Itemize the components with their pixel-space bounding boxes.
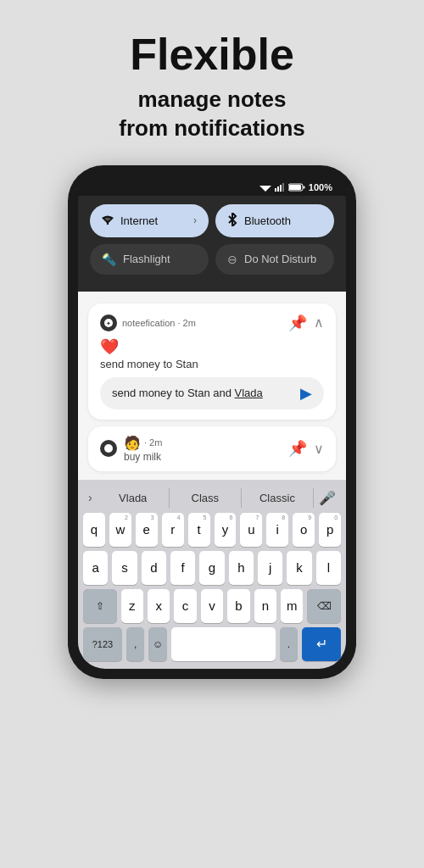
- key-c[interactable]: c: [174, 589, 196, 623]
- svg-rect-2: [275, 188, 276, 192]
- key-i[interactable]: i8: [266, 513, 288, 547]
- notif-2-info: 🧑 · 2m buy milk: [124, 435, 162, 463]
- key-f[interactable]: f: [170, 551, 195, 585]
- microphone-icon[interactable]: 🎤: [319, 490, 336, 506]
- notif-2-chevron-icon[interactable]: ∨: [314, 441, 324, 457]
- svg-rect-5: [282, 183, 284, 192]
- key-p[interactable]: p0: [319, 513, 341, 547]
- bluetooth-tile[interactable]: Bluetooth: [215, 204, 334, 237]
- comma-key[interactable]: ,: [126, 627, 144, 661]
- flashlight-tile-label: Flashlight: [123, 253, 170, 265]
- page-title: Flexible: [119, 31, 305, 79]
- key-h[interactable]: h: [229, 551, 254, 585]
- flashlight-tile-icon: 🔦: [102, 253, 116, 266]
- key-g[interactable]: g: [199, 551, 224, 585]
- svg-rect-3: [277, 186, 279, 192]
- notif-1-emoji: ❤️: [100, 337, 324, 356]
- key-a[interactable]: a: [83, 551, 108, 585]
- notif-1-chevron-icon[interactable]: ∧: [314, 314, 324, 331]
- space-key[interactable]: [171, 627, 276, 661]
- bluetooth-icon: [227, 213, 237, 226]
- keyboard-row-4: ?123 , ☺ . ↵: [81, 627, 343, 661]
- status-bar: 100%: [78, 175, 346, 196]
- status-icons: 100%: [259, 182, 332, 192]
- page-subtitle: manage notesfrom notifications: [119, 86, 305, 143]
- flashlight-tile[interactable]: 🔦 Flashlight: [90, 244, 209, 275]
- notif-2-text: buy milk: [124, 451, 162, 463]
- key-b[interactable]: b: [227, 589, 249, 623]
- keyboard: › Vlada Class Classic 🎤 q w2 e3 r4 t5 y6…: [78, 480, 346, 669]
- key-u[interactable]: u7: [240, 513, 262, 547]
- dnd-tile-label: Do Not Disturb: [244, 253, 316, 265]
- symbols-key[interactable]: ?123: [83, 627, 122, 661]
- battery-icon: [288, 183, 305, 192]
- shift-key[interactable]: ⇧: [83, 589, 117, 623]
- notif-1-input-text[interactable]: send money to Stan and Vlada: [112, 387, 293, 399]
- key-x[interactable]: x: [148, 589, 170, 623]
- notif-2-header-info: 🧑 · 2m: [124, 435, 162, 451]
- notif-2-emoji: 🧑: [124, 435, 141, 451]
- notif-1-input-row[interactable]: send money to Stan and Vlada ▶: [100, 377, 324, 409]
- key-l[interactable]: l: [316, 551, 341, 585]
- suggestion-2[interactable]: Class: [170, 488, 242, 508]
- key-k[interactable]: k: [287, 551, 311, 585]
- key-r[interactable]: r4: [162, 513, 184, 547]
- notif-2-time: · 2m: [144, 437, 162, 448]
- notif-1-send-button[interactable]: ▶: [300, 384, 312, 403]
- bluetooth-tile-icon: [227, 213, 237, 229]
- dnd-tile[interactable]: ⊖ Do Not Disturb: [215, 244, 334, 275]
- key-o[interactable]: o9: [293, 513, 315, 547]
- quick-row-1: Internet › Bluetooth: [90, 204, 334, 237]
- notif-1-app-icon: ✦: [100, 314, 117, 331]
- notif-1-app-name: noteefication · 2m: [122, 318, 196, 328]
- quick-row-2: 🔦 Flashlight ⊖ Do Not Disturb: [90, 244, 334, 275]
- notification-1: ✦ noteefication · 2m 📌 ∧ ❤️ send money t…: [88, 303, 336, 420]
- key-j[interactable]: j: [258, 551, 282, 585]
- phone-screen: 100% Internet: [78, 175, 346, 669]
- svg-rect-8: [289, 185, 301, 190]
- keyboard-row-2: a s d f g h j k l: [81, 551, 343, 585]
- period-key[interactable]: .: [280, 627, 298, 661]
- key-q[interactable]: q: [83, 513, 105, 547]
- wifi-filled-icon: [102, 214, 114, 225]
- svg-rect-7: [303, 186, 304, 188]
- notification-2: 🧑 · 2m buy milk 📌 ∨: [88, 426, 336, 471]
- notification-panel: ✦ noteefication · 2m 📌 ∧ ❤️ send money t…: [78, 292, 346, 480]
- bluetooth-tile-label: Bluetooth: [244, 214, 291, 227]
- emoji-key[interactable]: ☺: [148, 627, 166, 661]
- wifi-icon: [259, 183, 271, 192]
- notif-1-pin-icon: 📌: [288, 314, 307, 332]
- notif-1-underline-word: Vlada: [235, 387, 263, 399]
- notif-2-right: 📌 ∨: [288, 439, 324, 458]
- suggest-arrow-icon[interactable]: ›: [88, 491, 92, 504]
- key-z[interactable]: z: [121, 589, 143, 623]
- svg-rect-4: [280, 185, 282, 192]
- enter-key[interactable]: ↵: [302, 627, 341, 661]
- svg-point-12: [104, 444, 113, 453]
- key-n[interactable]: n: [254, 589, 276, 623]
- key-e[interactable]: e3: [136, 513, 158, 547]
- battery-label: 100%: [309, 182, 332, 192]
- key-w[interactable]: w2: [109, 513, 131, 547]
- key-s[interactable]: s: [112, 551, 137, 585]
- notif-2-pin-icon: 📌: [288, 439, 307, 458]
- notif-2-header: 🧑 · 2m buy milk 📌 ∨: [100, 435, 324, 463]
- internet-arrow-icon[interactable]: ›: [193, 214, 197, 226]
- key-m[interactable]: m: [281, 589, 303, 623]
- key-t[interactable]: t5: [188, 513, 210, 547]
- notif-1-header: ✦ noteefication · 2m 📌 ∧: [100, 314, 324, 332]
- key-y[interactable]: y6: [215, 513, 237, 547]
- keyboard-row-3: ⇧ z x c v b n m ⌫: [81, 589, 343, 623]
- key-v[interactable]: v: [201, 589, 223, 623]
- suggestion-3[interactable]: Classic: [242, 488, 314, 508]
- key-d[interactable]: d: [142, 551, 166, 585]
- noteefication-icon: ✦: [103, 318, 114, 328]
- backspace-key[interactable]: ⌫: [307, 589, 341, 623]
- notif-2-left: 🧑 · 2m buy milk: [100, 435, 162, 463]
- internet-tile[interactable]: Internet ›: [90, 204, 209, 237]
- signal-icon: [275, 183, 285, 192]
- quick-settings-panel: Internet › Bluetooth: [78, 196, 346, 292]
- keyboard-suggestions: › Vlada Class Classic 🎤: [81, 485, 343, 513]
- header-section: Flexible manage notesfrom notifications: [119, 31, 305, 143]
- suggestion-1[interactable]: Vlada: [98, 488, 170, 508]
